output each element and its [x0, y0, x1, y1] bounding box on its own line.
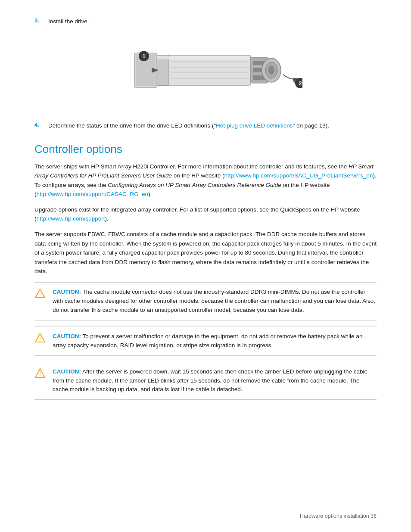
svg-rect-0	[156, 55, 251, 85]
caution-block-2: ! CAUTION: To prevent a server malfuncti…	[34, 327, 377, 356]
paragraph-1: The server ships with HP Smart Array H22…	[34, 162, 377, 199]
step-4-number: 4.	[34, 121, 43, 130]
svg-text:1: 1	[142, 53, 145, 59]
caution-text-2: CAUTION: To prevent a server malfunction…	[53, 332, 377, 350]
step-3-text: Install the drive.	[48, 17, 89, 26]
paragraph-2: Upgrade options exist for the integrated…	[34, 205, 377, 224]
step-4-text: Determine the status of the drive from t…	[48, 121, 329, 130]
step-3-number: 3.	[34, 17, 43, 26]
svg-text:2: 2	[299, 80, 302, 87]
caution-icon-2: !	[34, 333, 47, 344]
paragraph-3: The server supports FBWC. FBWC consists …	[34, 230, 377, 276]
svg-text:!: !	[39, 291, 41, 298]
svg-point-13	[268, 66, 274, 75]
drive-diagram-figure: 1 2	[47, 34, 377, 111]
caution-body-2: To prevent a server malfunction or damag…	[53, 333, 362, 348]
caution-body-1: The cache module connector does not use …	[53, 289, 375, 313]
caution-icon-3: !	[34, 368, 47, 379]
svg-rect-2	[157, 56, 250, 59]
drive-diagram-svg: 1 2	[121, 34, 302, 111]
page-footer: Hardware options installation 36	[300, 513, 377, 519]
book-title-2: Configuring Arrays on HP Smart Array Con…	[108, 182, 281, 188]
svg-text:!: !	[39, 336, 41, 342]
caution-body-3: After the server is powered down, wait 1…	[53, 368, 367, 393]
svg-rect-1	[156, 55, 169, 85]
step-4: 4. Determine the status of the drive fro…	[34, 121, 377, 130]
caution-block-3: ! CAUTION: After the server is powered d…	[34, 362, 377, 400]
link-casac-rg[interactable]: http://www.hp.com/support/CASAC_RG_en	[37, 191, 149, 197]
section-title: Controller options	[34, 143, 377, 156]
step-3: 3. Install the drive.	[34, 17, 377, 26]
caution-text-1: CAUTION: The cache module connector does…	[53, 288, 377, 315]
caution-label-2: CAUTION:	[53, 333, 81, 339]
caution-block-1: ! CAUTION: The cache module connector do…	[34, 282, 377, 320]
hot-plug-led-link[interactable]: Hot-plug drive LED definitions	[216, 122, 293, 129]
link-hp-support[interactable]: http://www.hp.com/support	[37, 215, 105, 222]
svg-text:!: !	[39, 371, 41, 377]
caution-label-1: CAUTION:	[53, 289, 81, 295]
caution-text-3: CAUTION: After the server is powered dow…	[53, 367, 377, 395]
link-sac-ug[interactable]: http://www.hp.com/support/SAC_UG_ProLian…	[224, 172, 373, 179]
caution-icon-1: !	[34, 288, 47, 299]
caution-label-3: CAUTION:	[53, 368, 81, 375]
